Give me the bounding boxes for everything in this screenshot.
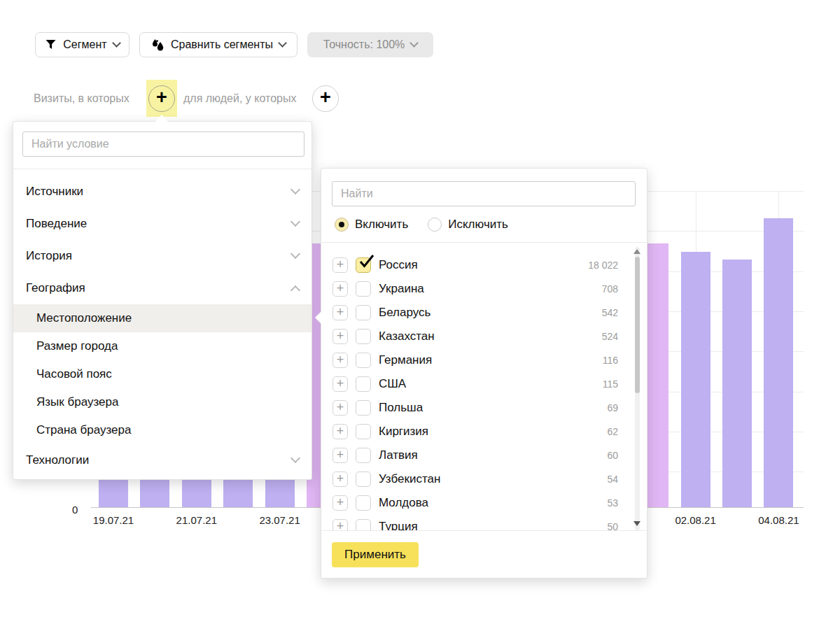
- country-checkbox[interactable]: [356, 495, 371, 511]
- country-checkbox[interactable]: [356, 519, 371, 530]
- country-name: Германия: [379, 353, 595, 367]
- chevron-icon: [290, 217, 300, 227]
- country-row[interactable]: + Беларусь 542: [321, 301, 647, 325]
- country-row[interactable]: + Латвия 60: [321, 444, 647, 467]
- country-checkbox[interactable]: [356, 400, 371, 416]
- country-name: Украина: [379, 282, 594, 296]
- country-row[interactable]: + Польша 69: [321, 396, 647, 420]
- country-checkbox[interactable]: [356, 448, 371, 463]
- geo-subitem-row[interactable]: Язык браузера: [13, 388, 312, 416]
- country-checkbox[interactable]: [356, 424, 371, 439]
- condition-dropdown-panel: Источники Поведение История Геог: [13, 121, 312, 480]
- include-label: Включить: [355, 218, 408, 232]
- condition-panel-notch: [155, 115, 168, 122]
- country-name: Казахстан: [379, 329, 594, 343]
- country-checkbox[interactable]: [356, 376, 371, 392]
- location-panel-notch: [315, 311, 321, 324]
- x-axis-label: 04.08.21: [758, 514, 799, 526]
- x-axis-label: 02.08.21: [675, 514, 715, 526]
- country-count: 54: [607, 474, 618, 485]
- scrollbar-down-arrow-icon[interactable]: [634, 521, 640, 526]
- divider: [13, 169, 312, 169]
- chevron-icon: [290, 453, 300, 463]
- add-people-condition-button[interactable]: +: [312, 85, 339, 112]
- country-row[interactable]: + Турция 50: [321, 515, 647, 530]
- expand-plus-button[interactable]: +: [332, 353, 348, 368]
- expand-plus-button[interactable]: +: [332, 305, 348, 320]
- geo-subitem-label: Страна браузера: [36, 423, 131, 437]
- country-checkbox[interactable]: [356, 329, 371, 344]
- country-row[interactable]: + Германия 116: [321, 348, 647, 372]
- chevron-icon: [290, 249, 300, 259]
- country-checkbox[interactable]: [356, 257, 371, 273]
- country-count: 50: [607, 521, 618, 530]
- category-label: Поведение: [26, 217, 87, 231]
- geo-subitem-row[interactable]: Часовой пояс: [13, 360, 312, 388]
- country-name: США: [379, 377, 595, 391]
- expand-plus-button[interactable]: +: [332, 519, 348, 530]
- country-name: Россия: [379, 258, 580, 272]
- chart-bar: [764, 218, 793, 507]
- chevron-icon: [290, 185, 300, 194]
- plus-icon: +: [156, 88, 167, 107]
- category-row[interactable]: Технологии: [13, 444, 312, 476]
- country-count: 60: [607, 450, 618, 461]
- country-count: 69: [607, 402, 618, 413]
- country-list: + Россия 18 022 +: [321, 249, 647, 530]
- x-axis-label: 21.07.21: [176, 514, 217, 526]
- country-checkbox[interactable]: [356, 472, 371, 487]
- category-label: История: [26, 249, 72, 263]
- location-popup-panel: Включить Исключить + Россия 18 0: [321, 168, 648, 579]
- expand-plus-button[interactable]: +: [332, 472, 348, 487]
- expand-plus-button[interactable]: +: [332, 448, 348, 463]
- country-checkbox[interactable]: [356, 305, 371, 320]
- country-name: Молдова: [379, 496, 599, 510]
- geo-subitem-row[interactable]: Местоположение: [13, 304, 312, 332]
- geo-subitem-row[interactable]: Страна браузера: [13, 416, 312, 444]
- include-radio[interactable]: Включить: [335, 218, 408, 232]
- country-row[interactable]: + Украина 708: [321, 277, 647, 301]
- include-exclude-toggle: Включить Исключить: [335, 218, 508, 232]
- country-count: 708: [602, 283, 618, 295]
- country-count: 115: [603, 378, 618, 390]
- app-window: 19.07.2121.07.2123.07.2102.08.2104.08.21…: [0, 0, 840, 631]
- country-row[interactable]: + Россия 18 022: [321, 253, 647, 277]
- expand-plus-button[interactable]: +: [332, 400, 348, 416]
- country-name: Киргизия: [379, 425, 599, 439]
- expand-plus-button[interactable]: +: [332, 424, 348, 439]
- expand-plus-button[interactable]: +: [332, 281, 348, 297]
- country-row[interactable]: + США 115: [321, 372, 647, 396]
- country-count: 62: [607, 426, 618, 437]
- x-axis-label: 19.07.21: [93, 514, 134, 526]
- country-row[interactable]: + Казахстан 524: [321, 325, 647, 348]
- geo-subitem-row[interactable]: Размер города: [13, 332, 312, 360]
- country-name: Турция: [379, 520, 599, 530]
- country-name: Узбекистан: [379, 472, 599, 486]
- divider: [321, 530, 647, 531]
- scrollbar-thumb[interactable]: [635, 257, 640, 393]
- category-row[interactable]: История: [13, 240, 312, 272]
- country-row[interactable]: + Узбекистан 54: [321, 467, 647, 491]
- category-row[interactable]: Источники: [13, 176, 312, 208]
- category-row[interactable]: География: [13, 272, 312, 304]
- apply-button[interactable]: Применить: [332, 542, 419, 567]
- location-search-input[interactable]: [332, 181, 636, 206]
- scrollbar-up-arrow-icon[interactable]: [634, 249, 640, 254]
- country-checkbox[interactable]: [356, 353, 371, 368]
- country-count: 542: [602, 307, 618, 318]
- country-row[interactable]: + Молдова 53: [321, 491, 647, 515]
- exclude-radio[interactable]: Исключить: [428, 218, 508, 232]
- condition-search-input[interactable]: [22, 132, 304, 157]
- expand-plus-button[interactable]: +: [332, 329, 348, 344]
- expand-plus-button[interactable]: +: [332, 257, 348, 273]
- country-row[interactable]: + Киргизия 62: [321, 420, 647, 444]
- add-visit-condition-button[interactable]: +: [148, 85, 175, 112]
- expand-plus-button[interactable]: +: [332, 376, 348, 392]
- country-checkbox[interactable]: [356, 281, 371, 297]
- chart-bar: [681, 252, 710, 507]
- geo-subitem-label: Язык браузера: [36, 395, 118, 409]
- expand-plus-button[interactable]: +: [332, 495, 348, 511]
- category-label: Источники: [26, 185, 83, 199]
- exclude-label: Исключить: [448, 218, 508, 232]
- category-row[interactable]: Поведение: [13, 208, 312, 240]
